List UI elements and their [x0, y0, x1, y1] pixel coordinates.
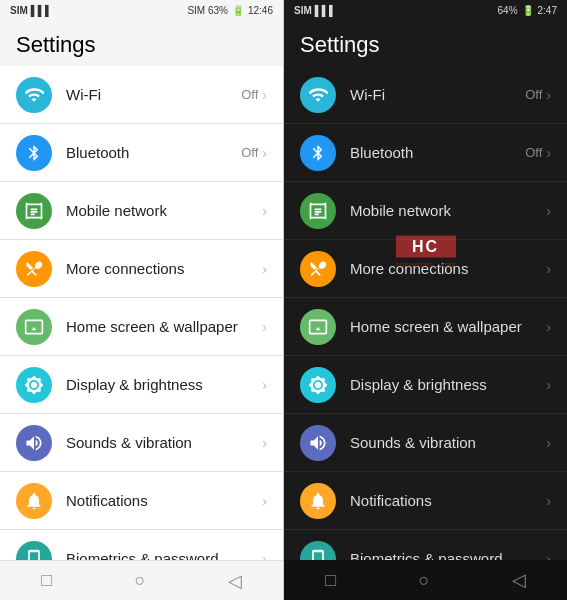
dark-mobile-chevron: › — [546, 203, 551, 219]
dark-status-bar: SIM ▌▌▌ 64% 🔋 2:47 — [284, 0, 567, 20]
light-item-biometrics[interactable]: Biometrics & password › — [0, 530, 283, 560]
dark-display-chevron: › — [546, 377, 551, 393]
light-time: 12:46 — [248, 5, 273, 16]
light-item-notif[interactable]: Notifications › — [0, 472, 283, 530]
light-wifi-label: Wi-Fi — [66, 86, 241, 103]
dark-wifi-label: Wi-Fi — [350, 86, 525, 103]
dark-sim-icon: SIM — [294, 5, 312, 16]
light-display-label: Display & brightness — [66, 376, 262, 393]
dark-wifi-chevron: › — [546, 87, 551, 103]
dark-biometrics-label: Biometrics & password — [350, 550, 546, 560]
light-signal-bars: ▌▌▌ — [31, 5, 52, 16]
light-settings-list: Wi-Fi Off › Bluetooth Off › — [0, 66, 283, 560]
dark-display-label: Display & brightness — [350, 376, 546, 393]
light-wifi-value: Off — [241, 87, 258, 102]
light-notif-chevron: › — [262, 493, 267, 509]
dark-item-notif[interactable]: Notifications › — [284, 472, 567, 530]
light-battery-icon: 🔋 — [232, 5, 244, 16]
light-item-mobile[interactable]: Mobile network › — [0, 182, 283, 240]
dark-bluetooth-value: Off — [525, 145, 542, 160]
light-item-bluetooth[interactable]: Bluetooth Off › — [0, 124, 283, 182]
dark-homescreen-icon-circle — [300, 309, 336, 345]
light-wifi-icon-circle — [16, 77, 52, 113]
light-mobile-label: Mobile network — [66, 202, 258, 219]
dark-item-homescreen[interactable]: Home screen & wallpaper › — [284, 298, 567, 356]
light-nav-circle[interactable]: ○ — [134, 570, 145, 591]
light-bluetooth-label: Bluetooth — [66, 144, 241, 161]
dark-bluetooth-icon-circle — [300, 135, 336, 171]
dark-nav-back[interactable]: ◁ — [512, 569, 526, 591]
dark-item-mobile[interactable]: Mobile network › — [284, 182, 567, 240]
light-sounds-label: Sounds & vibration — [66, 434, 262, 451]
dark-sounds-icon-circle — [300, 425, 336, 461]
light-biometrics-label: Biometrics & password — [66, 550, 262, 560]
dark-item-biometrics[interactable]: Biometrics & password › — [284, 530, 567, 560]
dark-signal-bars: ▌▌▌ — [315, 5, 336, 16]
light-sim-icon: SIM — [10, 5, 28, 16]
dark-homescreen-label: Home screen & wallpaper — [350, 318, 546, 335]
dark-item-bluetooth[interactable]: Bluetooth Off › — [284, 124, 567, 182]
light-mobile-chevron: › — [262, 203, 267, 219]
light-connections-icon-circle — [16, 251, 52, 287]
dark-wifi-icon-circle — [300, 77, 336, 113]
light-item-sounds[interactable]: Sounds & vibration › — [0, 414, 283, 472]
light-item-wifi[interactable]: Wi-Fi Off › — [0, 66, 283, 124]
dark-item-sounds[interactable]: Sounds & vibration › — [284, 414, 567, 472]
dark-nav-square[interactable]: □ — [325, 570, 336, 591]
dark-biometrics-chevron: › — [546, 551, 551, 561]
dark-nav-circle[interactable]: ○ — [418, 570, 429, 591]
light-bluetooth-value: Off — [241, 145, 258, 160]
light-sounds-chevron: › — [262, 435, 267, 451]
light-connections-label: More connections — [66, 260, 262, 277]
light-battery-pct: SIM 63% — [187, 5, 228, 16]
dark-biometrics-icon-circle — [300, 541, 336, 561]
dark-battery-pct: 64% — [498, 5, 518, 16]
light-panel: SIM ▌▌▌ SIM 63% 🔋 12:46 Settings Wi-Fi O… — [0, 0, 283, 600]
dark-connections-icon-circle — [300, 251, 336, 287]
light-homescreen-chevron: › — [262, 319, 267, 335]
light-nav-bar: □ ○ ◁ — [0, 560, 283, 600]
light-sounds-icon-circle — [16, 425, 52, 461]
light-status-left: SIM ▌▌▌ — [10, 5, 52, 16]
light-homescreen-label: Home screen & wallpaper — [66, 318, 262, 335]
dark-item-wifi[interactable]: Wi-Fi Off › — [284, 66, 567, 124]
dark-mobile-label: Mobile network — [350, 202, 546, 219]
dark-homescreen-chevron: › — [546, 319, 551, 335]
dark-panel: HC huaweicen...com SIM ▌▌▌ 64% 🔋 2:47 Se… — [284, 0, 567, 600]
dark-sounds-label: Sounds & vibration — [350, 434, 546, 451]
dark-settings-list: Wi-Fi Off › Bluetooth Off › — [284, 66, 567, 560]
light-notif-icon-circle — [16, 483, 52, 519]
dark-connections-chevron: › — [546, 261, 551, 277]
light-biometrics-icon-circle — [16, 541, 52, 561]
dark-item-connections[interactable]: More connections › — [284, 240, 567, 298]
dark-time: 2:47 — [538, 5, 557, 16]
dark-item-display[interactable]: Display & brightness › — [284, 356, 567, 414]
light-biometrics-chevron: › — [262, 551, 267, 561]
dark-nav-bar: □ ○ ◁ — [284, 560, 567, 600]
dark-wifi-value: Off — [525, 87, 542, 102]
panels-container: SIM ▌▌▌ SIM 63% 🔋 12:46 Settings Wi-Fi O… — [0, 0, 567, 600]
light-wifi-chevron: › — [262, 87, 267, 103]
dark-notif-label: Notifications — [350, 492, 546, 509]
light-mobile-icon-circle — [16, 193, 52, 229]
light-item-connections[interactable]: More connections › — [0, 240, 283, 298]
dark-notif-icon-circle — [300, 483, 336, 519]
dark-mobile-icon-circle — [300, 193, 336, 229]
light-nav-square[interactable]: □ — [41, 570, 52, 591]
dark-page-title: Settings — [284, 20, 567, 66]
light-bluetooth-chevron: › — [262, 145, 267, 161]
light-notif-label: Notifications — [66, 492, 262, 509]
light-homescreen-icon-circle — [16, 309, 52, 345]
dark-bluetooth-chevron: › — [546, 145, 551, 161]
light-display-chevron: › — [262, 377, 267, 393]
light-item-display[interactable]: Display & brightness › — [0, 356, 283, 414]
dark-display-icon-circle — [300, 367, 336, 403]
dark-bluetooth-label: Bluetooth — [350, 144, 525, 161]
dark-notif-chevron: › — [546, 493, 551, 509]
dark-connections-label: More connections — [350, 260, 546, 277]
light-item-homescreen[interactable]: Home screen & wallpaper › — [0, 298, 283, 356]
dark-status-left: SIM ▌▌▌ — [294, 5, 336, 16]
light-page-title: Settings — [0, 20, 283, 66]
light-status-right: SIM 63% 🔋 12:46 — [187, 5, 273, 16]
light-nav-back[interactable]: ◁ — [228, 570, 242, 592]
